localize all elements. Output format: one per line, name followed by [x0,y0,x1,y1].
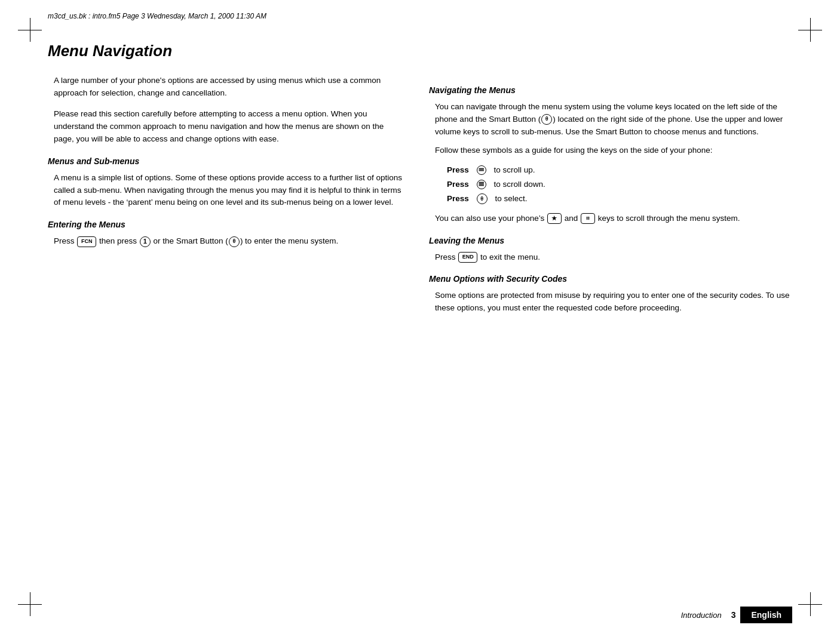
crosshair-tl [18,18,42,42]
section-body-also: You can also use your phone’s ★ and ⌗ ke… [429,213,792,225]
section-body-menus: A menu is a simple list of options. Some… [48,172,405,210]
smart-btn-icon-nav: θ [541,114,552,125]
intro-paragraph-1: A large number of your phone's options a… [48,75,405,100]
smart-btn-icon-select: θ [477,193,488,204]
section-heading-menus: Menus and Sub-menus [48,156,405,166]
section-body-leaving: Press END to exit the menu. [429,251,792,264]
section-body-navigating-2: Follow these symbols as a guide for usin… [429,144,792,157]
header-text: m3cd_us.bk : intro.fm5 Page 3 Wednesday,… [48,12,266,20]
vol-up-icon: 𝍢 [477,165,486,175]
section-body-entering: Press FCN then press 1 or the Smart Butt… [48,235,405,248]
section-heading-navigating: Navigating the Menus [429,85,792,95]
two-col-layout: A large number of your phone's options a… [48,75,792,321]
section-body-navigating: You can navigate through the menu system… [429,101,792,139]
content-area: Menu Navigation A large number of your p… [48,42,792,586]
section-body-security: Some options are protected from misuse b… [429,290,792,315]
end-key-icon: END [458,252,477,263]
press-line-down: Press 𝍣 to scroll down. [429,177,792,192]
press-line-select: Press θ to select. [429,192,792,206]
fcn-key-icon: FCN [77,236,96,247]
header-bar: m3cd_us.bk : intro.fm5 Page 3 Wednesday,… [48,12,792,20]
page-container: m3cd_us.bk : intro.fm5 Page 3 Wednesday,… [0,0,840,634]
crosshair-bl [18,592,42,616]
press-line-up: Press 𝍢 to scroll up. [429,163,792,177]
intro-paragraph-2: Please read this section carefully befor… [48,108,405,146]
section-heading-security: Menu Options with Security Codes [429,274,792,284]
section-heading-leaving: Leaving the Menus [429,236,792,245]
footer-area: Introduction 3 English [48,607,792,623]
hash-key-icon: ⌗ [581,213,595,224]
col-left: A large number of your phone's options a… [48,75,405,321]
vol-down-icon: 𝍣 [477,180,486,189]
footer-intro-label: Introduction [681,611,726,620]
footer-language-label: English [740,607,792,623]
footer-page-number: 3 [726,610,741,620]
crosshair-tr [798,18,822,42]
smart-btn-icon-1: θ [229,236,240,247]
page-title: Menu Navigation [48,42,792,60]
col-right: Navigating the Menus You can navigate th… [429,75,792,321]
crosshair-br [798,592,822,616]
num1-key-icon: 1 [140,236,151,247]
star-key-icon: ★ [547,213,562,224]
section-heading-entering: Entering the Menus [48,220,405,229]
